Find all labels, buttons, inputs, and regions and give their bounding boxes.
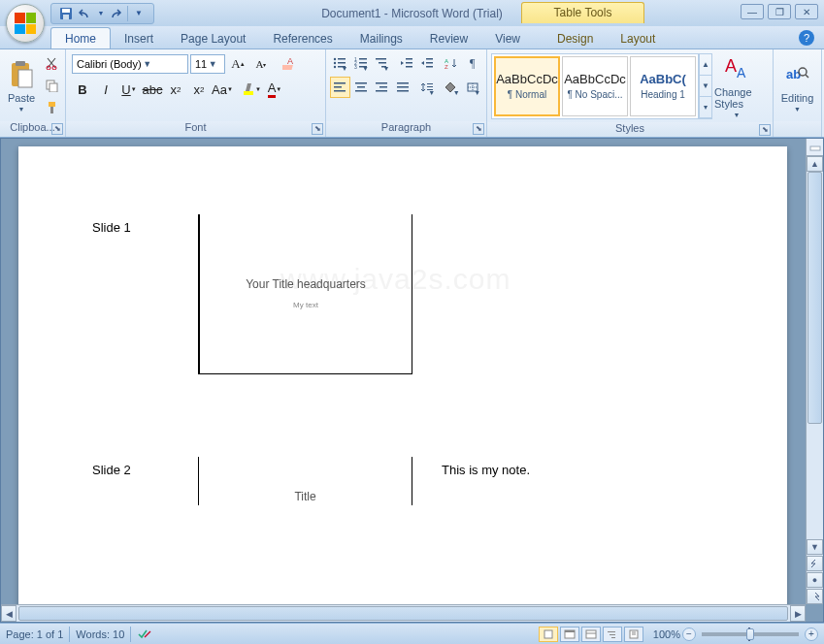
change-styles-button[interactable]: AA Change Styles ▼ [712,51,761,120]
clear-formatting-button[interactable]: A [280,53,301,75]
style-no-spacing[interactable]: AaBbCcDc ¶ No Spaci... [562,56,628,116]
scroll-thumb[interactable] [808,172,822,424]
tab-layout[interactable]: Layout [607,28,669,48]
status-page[interactable]: Page: 1 of 1 [6,628,63,640]
subscript-button[interactable]: x2 [165,79,186,100]
tab-home[interactable]: Home [50,27,111,48]
scroll-left-button[interactable]: ◀ [1,605,16,622]
italic-button[interactable]: I [95,79,116,100]
style-normal[interactable]: AaBbCcDc ¶ Normal [494,56,560,116]
tab-design[interactable]: Design [544,28,607,48]
gallery-down-button[interactable]: ▼ [700,76,711,97]
svg-rect-69 [611,637,615,638]
line-spacing-button[interactable]: ▼ [417,77,438,98]
style-heading-1[interactable]: AaBbC( Heading 1 [630,56,696,116]
align-center-button[interactable] [351,77,372,98]
view-full-screen[interactable] [560,627,579,642]
zoom-out-button[interactable]: − [682,628,696,641]
superscript-button[interactable]: x2 [188,79,210,100]
gallery-up-button[interactable]: ▲ [700,54,711,76]
font-size-combo[interactable]: 11▼ [190,54,225,74]
shrink-font-button[interactable]: A▾ [250,53,272,75]
zoom-slider-thumb[interactable] [746,628,754,640]
numbering-button[interactable]: 123▼ [351,52,372,74]
status-words[interactable]: Words: 10 [76,628,124,640]
sort-button[interactable]: AZ [442,52,462,74]
qat-customize[interactable]: ▼ [130,5,148,22]
zoom-level[interactable]: 100% [653,628,680,640]
proofing-icon[interactable] [137,628,152,641]
undo-dropdown[interactable]: ▼ [96,5,106,22]
document-scroll[interactable]: www.java2s.com Slide 1 Your Title headqu… [1,139,806,604]
next-page-button[interactable] [807,589,823,604]
tab-insert[interactable]: Insert [111,28,167,48]
slide-cell[interactable]: Title [199,457,412,505]
scroll-up-button[interactable]: ▲ [807,156,823,172]
help-icon[interactable]: ? [799,30,814,46]
styles-launcher[interactable]: ⬊ [759,124,771,136]
vertical-scrollbar[interactable]: ▲ ▼ ● [806,156,823,604]
scroll-right-button[interactable]: ▶ [790,605,806,622]
ruler-toggle[interactable] [806,139,823,156]
tab-references[interactable]: References [259,28,346,48]
gallery-more-button[interactable]: ▾ [700,97,711,118]
align-left-button[interactable] [330,77,350,98]
paste-button[interactable]: Paste ▼ [4,51,39,119]
editing-button[interactable]: ab Editing ▼ [777,51,817,119]
copy-button[interactable] [41,76,62,95]
save-icon[interactable] [57,5,75,22]
view-print-layout[interactable] [539,627,558,642]
borders-button[interactable]: ▼ [463,77,483,98]
highlight-button[interactable]: ▼ [241,79,262,100]
paragraph-launcher[interactable]: ⬊ [473,123,484,135]
bold-button[interactable]: B [72,79,93,100]
prev-page-button[interactable] [807,556,823,571]
view-web-layout[interactable] [581,627,601,642]
slide-label[interactable]: Slide 1 [92,214,199,374]
slide-label[interactable]: Slide 2 [92,457,199,505]
note-cell[interactable]: This is my note. [412,457,626,505]
align-right-button[interactable] [372,77,392,98]
office-button[interactable] [6,4,45,43]
scroll-thumb[interactable] [18,606,788,621]
cut-button[interactable] [41,53,62,73]
increase-indent-button[interactable] [417,52,438,74]
justify-button[interactable] [393,77,413,98]
tab-page-layout[interactable]: Page Layout [167,28,259,48]
restore-button[interactable]: ❐ [768,4,791,19]
font-launcher[interactable]: ⬊ [312,123,323,135]
redo-button[interactable] [108,5,125,22]
zoom-slider[interactable] [702,632,799,636]
show-hide-button[interactable]: ¶ [463,52,483,74]
view-outline[interactable] [603,627,622,642]
underline-button[interactable]: U▼ [118,79,140,100]
grow-font-button[interactable]: A▴ [227,53,248,75]
select-browse-object-button[interactable]: ● [807,572,823,588]
scroll-down-button[interactable]: ▼ [807,539,823,555]
change-case-button[interactable]: Aa▼ [212,79,233,100]
svg-rect-35 [426,66,433,68]
minimize-button[interactable]: — [741,4,764,19]
svg-rect-44 [376,82,387,84]
clipboard-launcher[interactable]: ⬊ [51,123,63,135]
close-button[interactable]: ✕ [795,4,818,19]
tab-view[interactable]: View [481,28,534,48]
slide-cell[interactable]: Your Title headquarters My text [199,214,412,374]
document-page[interactable]: www.java2s.com Slide 1 Your Title headqu… [18,146,787,604]
view-draft[interactable] [624,627,643,642]
multilevel-list-button[interactable]: ▼ [372,52,392,74]
horizontal-scrollbar[interactable]: ◀ ▶ [1,604,806,622]
font-name-combo[interactable]: Calibri (Body)▼ [72,54,188,74]
chevron-down-icon: ▼ [142,59,153,69]
tab-review[interactable]: Review [416,28,481,48]
bullets-button[interactable]: ▼ [330,52,350,74]
undo-button[interactable] [77,5,94,22]
format-painter-button[interactable] [41,98,62,117]
shading-button[interactable]: ▼ [442,77,462,98]
tab-mailings[interactable]: Mailings [346,28,416,48]
decrease-indent-button[interactable] [396,52,416,74]
zoom-in-button[interactable]: + [805,628,818,641]
svg-rect-49 [397,90,409,92]
font-color-button[interactable]: A▼ [264,79,285,100]
strikethrough-button[interactable]: abc [142,79,163,100]
